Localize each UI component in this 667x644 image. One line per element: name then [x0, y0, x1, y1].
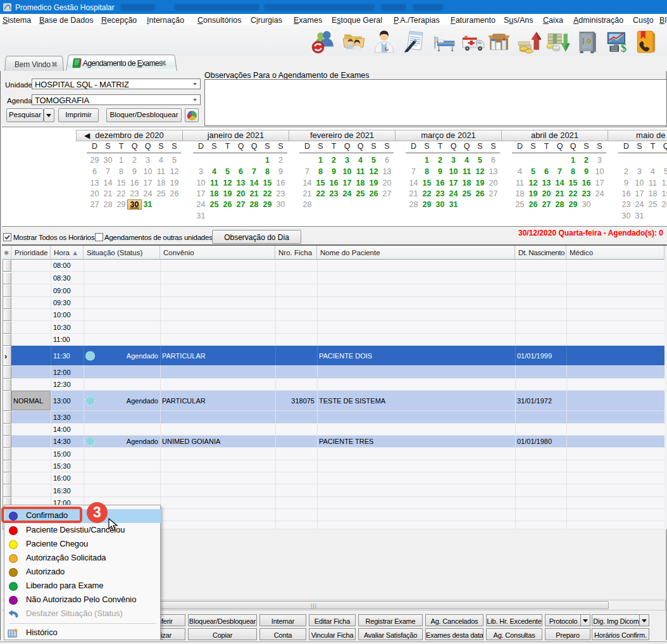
svg-text:$: $ — [621, 42, 626, 54]
